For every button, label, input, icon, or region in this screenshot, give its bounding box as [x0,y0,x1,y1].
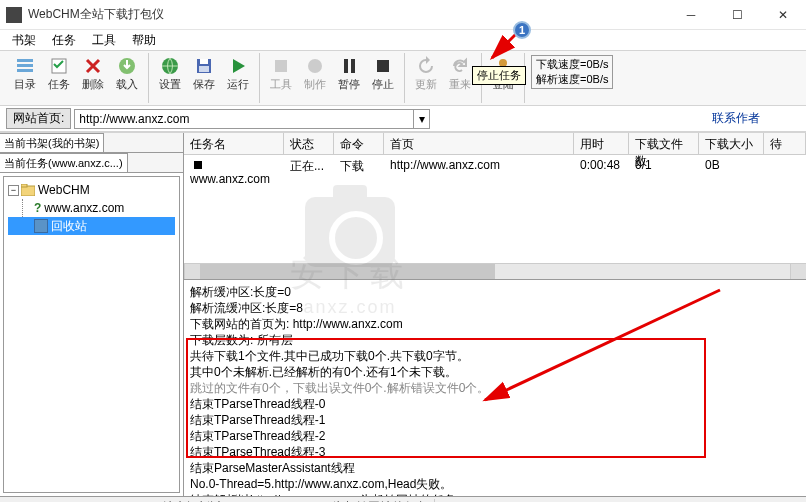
folder-icon [21,184,35,196]
col-home[interactable]: 首页 [384,133,574,154]
left-tabs: 当前书架(我的书架) [0,133,183,153]
svg-rect-1 [17,64,33,67]
tree-site-label: www.anxz.com [44,201,124,215]
log-line: 其中0个未解析.已经解析的有0个.还有1个未下载。 [190,365,457,379]
right-pane: 任务名 状态 命令 首页 用时 下载文件数 下载大小 待 www.anxz.co… [184,133,806,496]
scroll-thumb[interactable] [200,264,495,279]
tree-view[interactable]: − WebCHM ? www.anxz.com 回收站 [3,176,180,493]
left-pane: 当前书架(我的书架) 当前任务(www.anxz.c...) − WebCHM … [0,133,184,496]
parse-speed: 解析速度=0B/s [536,72,608,87]
log-line: 结束ParseMasterAssistant线程 [190,461,355,475]
load-button[interactable]: 载入 [110,53,144,103]
log-line: 结束TParseThread线程-0 [190,397,325,411]
tree-site[interactable]: ? www.anxz.com [8,199,175,217]
tool-button: 工具 [264,53,298,103]
log-line: 结束解析以http://www.anxz.com为起始网址的任务 [190,493,456,496]
settings-button[interactable]: 设置 [153,53,187,103]
titlebar: WebCHM全站下载打包仪 ─ ☐ ✕ [0,0,806,30]
col-cmd[interactable]: 命令 [334,133,384,154]
collapse-icon[interactable]: − [8,185,19,196]
log-panel[interactable]: 解析缓冲区:长度=0 解析流缓冲区:长度=8 下载网站的首页为: http://… [184,279,806,496]
log-line: 解析缓冲区:长度=0 [190,285,291,299]
svg-rect-2 [17,69,33,72]
speed-display: 下载速度=0B/s 解析速度=0B/s [531,55,613,89]
scroll-left-button[interactable] [184,264,200,279]
col-size[interactable]: 下载大小 [699,133,764,154]
pause-button[interactable]: 暂停 [332,53,366,103]
url-label: 网站首页: [6,108,71,129]
log-line: No.0-Thread=5.http://www.anxz.com,Head失败… [190,477,452,491]
col-wait[interactable]: 待 [764,133,806,154]
tree-root[interactable]: − WebCHM [8,181,175,199]
main-area: 当前书架(我的书架) 当前任务(www.anxz.c...) − WebCHM … [0,132,806,496]
task-row[interactable]: www.anxz.com 正在... 下载 http://www.anxz.co… [184,155,806,189]
contact-author-link[interactable]: 联系作者 [712,110,800,127]
log-line: 下载网站的首页为: http://www.anxz.com [190,317,403,331]
scroll-right-button[interactable] [790,264,806,279]
task-list-header: 任务名 状态 命令 首页 用时 下载文件数 下载大小 待 [184,133,806,155]
list-hscroll[interactable] [184,263,806,279]
question-icon: ? [34,201,41,215]
annotation-badge-1: 1 [513,21,531,39]
col-status[interactable]: 状态 [284,133,334,154]
col-name[interactable]: 任务名 [184,133,284,154]
minimize-button[interactable]: ─ [668,0,714,30]
log-line: 结束TParseThread线程-1 [190,413,325,427]
svg-rect-11 [344,59,348,73]
toolbar: 目录 任务 删除 载入 设置 保存 运行 工具 制作 暂停 停止 更新 重来 登… [0,50,806,106]
url-dropdown-button[interactable]: ▾ [414,109,430,129]
svg-rect-0 [17,59,33,62]
svg-rect-12 [351,59,355,73]
menu-tool[interactable]: 工具 [84,30,124,51]
row-icon [194,161,202,169]
urlbar: 网站首页: ▾ 联系作者 [0,106,806,132]
update-button: 更新 [409,53,443,103]
svg-rect-13 [377,60,389,72]
log-line: 结束TParseThread线程-3 [190,445,325,459]
save-button[interactable]: 保存 [187,53,221,103]
menu-shelf[interactable]: 书架 [4,30,44,51]
tree-root-label: WebCHM [38,183,90,197]
make-button: 制作 [298,53,332,103]
stop-button[interactable]: 停止 [366,53,400,103]
maximize-button[interactable]: ☐ [714,0,760,30]
catalog-button[interactable]: 目录 [8,53,42,103]
col-filecount[interactable]: 下载文件数 [629,133,699,154]
tab-shelf[interactable]: 当前书架(我的书架) [0,133,104,152]
svg-rect-8 [199,66,209,72]
tab-current-task[interactable]: 当前任务(www.anxz.c...) [0,153,128,172]
tree-recycle[interactable]: 回收站 [8,217,175,235]
tree-recycle-label: 回收站 [51,218,87,235]
window-title: WebCHM全站下载打包仪 [28,6,668,23]
recycle-icon [34,219,48,233]
log-line: 结束TParseThread线程-2 [190,429,325,443]
menubar: 书架 任务 工具 帮助 [0,30,806,50]
download-speed: 下载速度=0B/s [536,57,608,72]
statusbar: 结束解析以http://www.anxz.com为起始网址的任务 [0,496,806,502]
stop-tooltip: 停止任务 [472,66,526,85]
svg-point-10 [308,59,322,73]
svg-rect-9 [275,60,287,72]
url-input[interactable] [74,109,414,129]
svg-rect-7 [200,59,208,64]
log-line: 跳过的文件有0个，下载出误文件0个.解析错误文件0个。 [190,381,489,395]
log-line: 解析流缓冲区:长度=8 [190,301,303,315]
delete-button[interactable]: 删除 [76,53,110,103]
app-icon [6,7,22,23]
svg-rect-16 [21,184,27,187]
col-time[interactable]: 用时 [574,133,629,154]
log-line: 共待下载1个文件.其中已成功下载0个.共下载0字节。 [190,349,469,363]
close-button[interactable]: ✕ [760,0,806,30]
menu-task[interactable]: 任务 [44,30,84,51]
run-button[interactable]: 运行 [221,53,255,103]
tasks-button[interactable]: 任务 [42,53,76,103]
log-line: 下载层数为: 所有层 [190,333,293,347]
menu-help[interactable]: 帮助 [124,30,164,51]
